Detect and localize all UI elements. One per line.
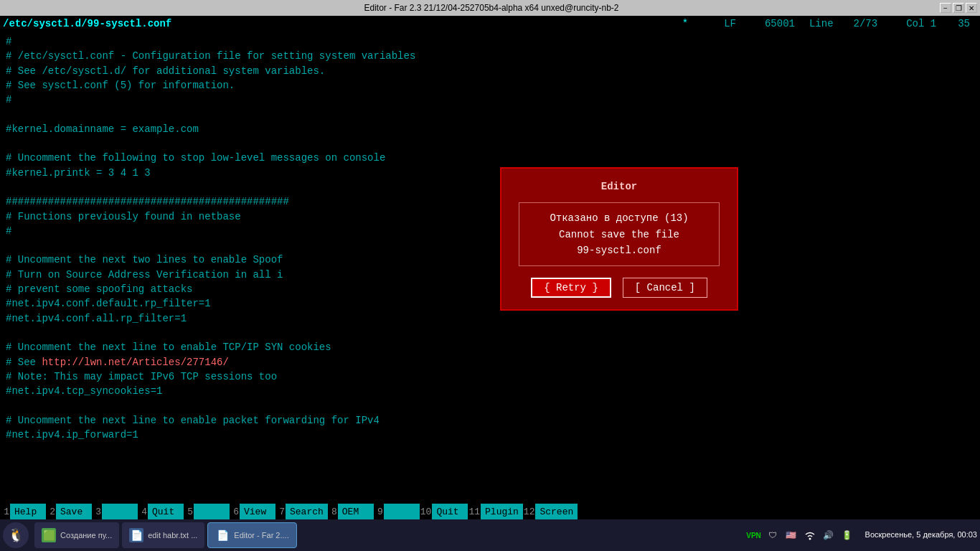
fkey-label-8: OEM [338,504,374,519]
fkey-label-2: Save [56,504,92,519]
statusbar-col-label: Col 1 [906,18,936,29]
fkey-3[interactable]: 3 [92,504,138,519]
error-dialog[interactable]: Editor Отказано в доступе (13) Cannot sa… [500,167,738,311]
editor-line: # See /etc/sysctl.d/ for additional syst… [6,64,974,78]
editor-line: #net.ipv4.tcp_syncookies=1 [6,384,974,398]
taskbar-clock: Воскресенье, 5 декабря, 00:03 [865,529,977,540]
tray-vpn-icon[interactable]: VPN [748,529,760,542]
statusbar-lineend: LF [724,18,736,29]
statusbar-modified: * [682,18,688,29]
fkey-label-4: Quit [148,504,184,519]
fkey-num-2: 2 [46,507,56,517]
fkey-5[interactable]: 5 [184,504,230,519]
tray-flag-icon[interactable]: 🇺🇸 [785,529,798,542]
fkey-num-3: 3 [92,507,102,517]
tray-battery-icon[interactable]: 🔋 [841,529,854,542]
tray-shield-icon[interactable]: 🛡 [766,529,779,542]
taskbar-button-1-label: Создание пу... [60,531,112,540]
fkey-label-7: Search [286,504,328,519]
fkey-6[interactable]: 6View [230,504,275,519]
fkey-7[interactable]: 7Search [275,504,328,519]
tray-speaker-icon[interactable]: 🔊 [822,529,835,542]
retry-button[interactable]: { Retry } [531,278,611,298]
dialog-title-bar: Editor [588,180,650,194]
taskbar-button-3-label: Editor - Far 2.... [234,531,288,540]
fkey-label-6: View [240,504,275,519]
restore-button[interactable]: ❐ [953,3,964,13]
editor-line: # Uncomment the next two lines to enable… [6,253,974,267]
dialog-line2: Cannot save the file [531,227,707,242]
dialog-buttons: { Retry } [ Cancel ] [531,278,707,298]
fkey-num-9: 9 [374,507,384,517]
fkey-8[interactable]: 8OEM [328,504,374,519]
editor-line: # Note: This may impact IPv6 TCP session… [6,369,974,384]
funcbar: 1Help2Save34Quit56View7Search8OEM910Quit… [0,504,980,519]
taskbar: 🐧 🟩 Создание пу... 📄 edit habr.txt ... 📄… [0,519,980,551]
cancel-button[interactable]: [ Cancel ] [623,278,707,298]
taskbar-start-button[interactable]: 🐧 [3,522,29,548]
editor-line: #kernel.domainname = example.com [6,122,974,136]
statusbar-col-num: 35 [958,18,970,29]
editor-line: # Uncomment the next line to enable pack… [6,413,974,428]
editor-line [6,326,974,340]
dialog-line1: Отказано в доступе (13) [531,210,707,226]
fkey-label-3 [102,504,138,519]
titlebar-controls: − ❐ ✕ [940,3,980,13]
editor-link[interactable]: http://lwn.net/Articles/277146/ [42,357,228,368]
fkey-num-5: 5 [184,507,194,517]
statusbar: /etc/sysctl.d/99-sysctl.conf * LF 65001 … [0,16,980,32]
statusbar-size: 65001 [765,18,795,29]
editor-line [6,398,974,413]
taskbar-tray: VPN 🛡 🇺🇸 🔊 🔋 Воскресенье, 5 декабря, 00:… [748,529,977,542]
taskbar-button-3[interactable]: 📄 Editor - Far 2.... [207,522,296,548]
fkey-num-6: 6 [230,507,240,517]
editor-line: # [6,224,974,238]
tray-wifi-icon[interactable] [804,529,816,542]
dialog-content: Отказано в доступе (13) Cannot save the … [519,202,720,266]
fkey-4[interactable]: 4Quit [138,504,184,519]
editor-line: # /etc/sysctl.conf - Configuration file … [6,49,974,63]
editor-line: # [6,93,974,107]
fkey-num-11: 11 [468,507,481,517]
editor-line: ########################################… [6,194,974,209]
fkey-11[interactable]: 11Plugin [468,504,522,519]
fkey-num-4: 4 [138,507,148,517]
editor-line: # Uncomment the next line to enable TCP/… [6,340,974,354]
fkey-9[interactable]: 9 [374,504,420,519]
editor-line: #net.ipv4.ip_forward=1 [6,428,974,442]
editor-line [6,136,974,151]
dialog-title: Editor [594,180,644,194]
taskbar-button-3-icon: 📄 [215,528,230,542]
editor-line: #net.ipv4.conf.default.rp_filter=1 [6,296,974,311]
editor-line: # Uncomment the following to stop low-le… [6,151,974,165]
svg-point-0 [809,538,811,540]
fkey-10[interactable]: 10Quit [420,504,468,519]
fkey-12[interactable]: 12Screen [523,504,578,519]
editor-line: # [6,34,974,49]
editor-line [6,238,974,253]
taskbar-button-1-icon: 🟩 [42,528,56,542]
fkey-label-5 [194,504,230,519]
taskbar-button-2[interactable]: 📄 edit habr.txt ... [122,522,204,548]
editor-line [6,107,974,121]
fkey-1[interactable]: 1Help [0,504,46,519]
close-button[interactable]: ✕ [966,3,977,13]
editor-line: # Functions previously found in netbase [6,209,974,224]
minimize-button[interactable]: − [940,3,951,13]
statusbar-line-num: 2/73 [854,18,878,29]
editor-line [6,180,974,194]
editor-line: # See http://lwn.net/Articles/277146/ [6,355,974,369]
fkey-label-9 [384,504,420,519]
taskbar-button-1[interactable]: 🟩 Создание пу... [34,522,119,548]
fkey-num-8: 8 [328,507,338,517]
fkey-num-10: 10 [420,507,433,517]
taskbar-button-2-icon: 📄 [129,528,143,542]
dialog-line3: 99-sysctl.conf [531,242,707,258]
editor-line: #kernel.printk = 3 4 1 3 [6,166,974,180]
fkey-num-7: 7 [275,507,286,517]
fkey-label-12: Screen [535,504,578,519]
fkey-2[interactable]: 2Save [46,504,92,519]
titlebar-title: Editor - Far 2.3 21/12/04-252705b4-alpha… [43,3,940,13]
statusbar-line-label: Line [809,18,834,29]
editor-area[interactable]: ## /etc/sysctl.conf - Configuration file… [0,32,980,504]
